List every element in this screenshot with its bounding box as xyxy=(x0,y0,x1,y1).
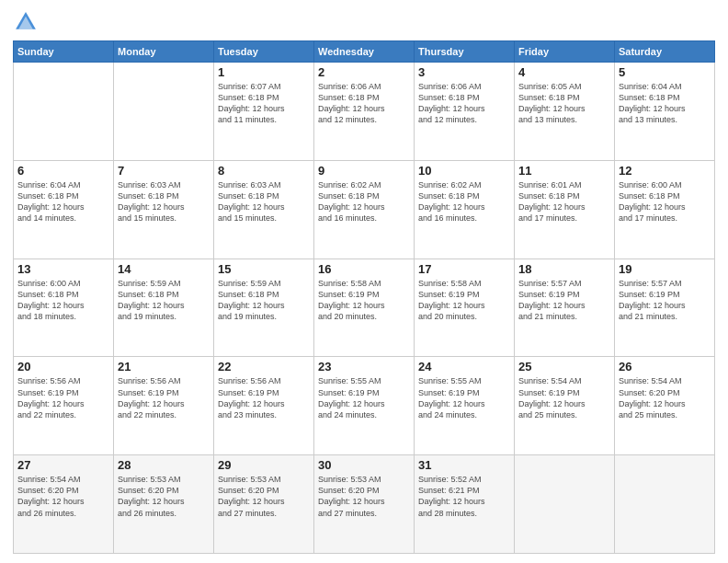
calendar-cell: 19Sunrise: 5:57 AMSunset: 6:19 PMDayligh… xyxy=(615,259,715,357)
calendar-table: SundayMondayTuesdayWednesdayThursdayFrid… xyxy=(13,40,715,554)
day-number: 5 xyxy=(619,65,711,79)
calendar-cell: 8Sunrise: 6:03 AMSunset: 6:18 PMDaylight… xyxy=(214,160,314,259)
day-detail: Sunrise: 6:03 AMSunset: 6:18 PMDaylight:… xyxy=(118,179,210,224)
day-number: 13 xyxy=(17,262,109,276)
day-number: 14 xyxy=(118,262,210,276)
calendar-cell: 12Sunrise: 6:00 AMSunset: 6:18 PMDayligh… xyxy=(615,160,715,259)
day-number: 2 xyxy=(318,65,410,79)
day-detail: Sunrise: 6:06 AMSunset: 6:18 PMDaylight:… xyxy=(418,81,510,126)
calendar-cell: 24Sunrise: 5:55 AMSunset: 6:19 PMDayligh… xyxy=(415,357,515,455)
calendar-cell: 14Sunrise: 5:59 AMSunset: 6:18 PMDayligh… xyxy=(114,259,214,357)
day-detail: Sunrise: 5:54 AMSunset: 6:19 PMDaylight:… xyxy=(518,375,610,420)
calendar-cell: 20Sunrise: 5:56 AMSunset: 6:19 PMDayligh… xyxy=(14,357,114,455)
calendar-cell: 7Sunrise: 6:03 AMSunset: 6:18 PMDaylight… xyxy=(114,160,214,259)
day-number: 18 xyxy=(518,262,610,276)
calendar-cell: 6Sunrise: 6:04 AMSunset: 6:18 PMDaylight… xyxy=(14,160,114,259)
day-detail: Sunrise: 6:01 AMSunset: 6:18 PMDaylight:… xyxy=(518,179,610,224)
day-detail: Sunrise: 5:58 AMSunset: 6:19 PMDaylight:… xyxy=(318,278,410,323)
calendar-cell: 18Sunrise: 5:57 AMSunset: 6:19 PMDayligh… xyxy=(515,259,615,357)
day-number: 7 xyxy=(118,164,210,178)
day-number: 19 xyxy=(619,262,711,276)
day-number: 17 xyxy=(418,262,510,276)
calendar-cell: 22Sunrise: 5:56 AMSunset: 6:19 PMDayligh… xyxy=(214,357,314,455)
day-detail: Sunrise: 6:00 AMSunset: 6:18 PMDaylight:… xyxy=(619,179,711,224)
weekday-header-friday: Friday xyxy=(515,41,615,63)
calendar-cell xyxy=(14,63,114,161)
day-number: 21 xyxy=(118,360,210,373)
weekday-header-tuesday: Tuesday xyxy=(214,41,314,63)
page: SundayMondayTuesdayWednesdayThursdayFrid… xyxy=(0,0,728,563)
calendar-cell: 13Sunrise: 6:00 AMSunset: 6:18 PMDayligh… xyxy=(14,259,114,357)
day-number: 6 xyxy=(17,164,109,178)
day-detail: Sunrise: 6:03 AMSunset: 6:18 PMDaylight:… xyxy=(218,179,310,224)
week-row-4: 27Sunrise: 5:54 AMSunset: 6:20 PMDayligh… xyxy=(14,455,715,554)
day-number: 16 xyxy=(318,262,410,276)
calendar-cell: 16Sunrise: 5:58 AMSunset: 6:19 PMDayligh… xyxy=(314,259,415,357)
day-number: 20 xyxy=(17,360,109,373)
day-number: 28 xyxy=(118,458,210,472)
calendar-cell: 23Sunrise: 5:55 AMSunset: 6:19 PMDayligh… xyxy=(314,357,415,455)
day-number: 1 xyxy=(218,65,310,79)
calendar-cell: 15Sunrise: 5:59 AMSunset: 6:18 PMDayligh… xyxy=(214,259,314,357)
day-detail: Sunrise: 5:52 AMSunset: 6:21 PMDaylight:… xyxy=(418,474,510,519)
calendar-cell: 27Sunrise: 5:54 AMSunset: 6:20 PMDayligh… xyxy=(14,455,114,554)
day-number: 25 xyxy=(518,360,610,373)
day-detail: Sunrise: 5:56 AMSunset: 6:19 PMDaylight:… xyxy=(17,375,109,420)
day-detail: Sunrise: 5:58 AMSunset: 6:19 PMDaylight:… xyxy=(418,278,510,323)
weekday-header-monday: Monday xyxy=(114,41,214,63)
calendar-cell: 4Sunrise: 6:05 AMSunset: 6:18 PMDaylight… xyxy=(515,63,615,161)
calendar-cell: 2Sunrise: 6:06 AMSunset: 6:18 PMDaylight… xyxy=(314,63,415,161)
week-row-3: 20Sunrise: 5:56 AMSunset: 6:19 PMDayligh… xyxy=(14,357,715,455)
day-detail: Sunrise: 5:57 AMSunset: 6:19 PMDaylight:… xyxy=(619,278,711,323)
weekday-header-thursday: Thursday xyxy=(415,41,515,63)
calendar-cell: 28Sunrise: 5:53 AMSunset: 6:20 PMDayligh… xyxy=(114,455,214,554)
day-detail: Sunrise: 5:56 AMSunset: 6:19 PMDaylight:… xyxy=(218,375,310,420)
calendar-cell: 9Sunrise: 6:02 AMSunset: 6:18 PMDaylight… xyxy=(314,160,415,259)
day-detail: Sunrise: 5:56 AMSunset: 6:19 PMDaylight:… xyxy=(118,375,210,420)
top-area xyxy=(13,9,715,35)
day-detail: Sunrise: 5:53 AMSunset: 6:20 PMDaylight:… xyxy=(118,474,210,519)
calendar-cell: 17Sunrise: 5:58 AMSunset: 6:19 PMDayligh… xyxy=(415,259,515,357)
week-row-0: 1Sunrise: 6:07 AMSunset: 6:18 PMDaylight… xyxy=(14,63,715,161)
day-number: 30 xyxy=(318,458,410,472)
day-detail: Sunrise: 5:53 AMSunset: 6:20 PMDaylight:… xyxy=(218,474,310,519)
day-detail: Sunrise: 6:02 AMSunset: 6:18 PMDaylight:… xyxy=(318,179,410,224)
day-detail: Sunrise: 5:55 AMSunset: 6:19 PMDaylight:… xyxy=(418,375,510,420)
calendar-cell: 21Sunrise: 5:56 AMSunset: 6:19 PMDayligh… xyxy=(114,357,214,455)
day-number: 31 xyxy=(418,458,510,472)
day-detail: Sunrise: 6:07 AMSunset: 6:18 PMDaylight:… xyxy=(218,81,310,126)
day-number: 9 xyxy=(318,164,410,178)
weekday-header-sunday: Sunday xyxy=(14,41,114,63)
day-number: 24 xyxy=(418,360,510,373)
day-number: 23 xyxy=(318,360,410,373)
weekday-header-wednesday: Wednesday xyxy=(314,41,415,63)
day-number: 10 xyxy=(418,164,510,178)
calendar-cell: 26Sunrise: 5:54 AMSunset: 6:20 PMDayligh… xyxy=(615,357,715,455)
logo-icon xyxy=(13,9,39,35)
day-detail: Sunrise: 6:04 AMSunset: 6:18 PMDaylight:… xyxy=(17,179,109,224)
day-detail: Sunrise: 5:55 AMSunset: 6:19 PMDaylight:… xyxy=(318,375,410,420)
calendar-body: 1Sunrise: 6:07 AMSunset: 6:18 PMDaylight… xyxy=(14,63,715,554)
day-number: 22 xyxy=(218,360,310,373)
calendar-cell xyxy=(114,63,214,161)
day-number: 8 xyxy=(218,164,310,178)
day-detail: Sunrise: 6:00 AMSunset: 6:18 PMDaylight:… xyxy=(17,278,109,323)
calendar-cell: 29Sunrise: 5:53 AMSunset: 6:20 PMDayligh… xyxy=(214,455,314,554)
calendar-cell xyxy=(515,455,615,554)
calendar-cell: 10Sunrise: 6:02 AMSunset: 6:18 PMDayligh… xyxy=(415,160,515,259)
day-number: 26 xyxy=(619,360,711,373)
week-row-2: 13Sunrise: 6:00 AMSunset: 6:18 PMDayligh… xyxy=(14,259,715,357)
day-number: 4 xyxy=(518,65,610,79)
calendar-cell: 25Sunrise: 5:54 AMSunset: 6:19 PMDayligh… xyxy=(515,357,615,455)
calendar-cell: 11Sunrise: 6:01 AMSunset: 6:18 PMDayligh… xyxy=(515,160,615,259)
calendar-cell: 1Sunrise: 6:07 AMSunset: 6:18 PMDaylight… xyxy=(214,63,314,161)
calendar-cell: 31Sunrise: 5:52 AMSunset: 6:21 PMDayligh… xyxy=(415,455,515,554)
day-detail: Sunrise: 5:54 AMSunset: 6:20 PMDaylight:… xyxy=(619,375,711,420)
day-detail: Sunrise: 5:57 AMSunset: 6:19 PMDaylight:… xyxy=(518,278,610,323)
calendar-cell: 30Sunrise: 5:53 AMSunset: 6:20 PMDayligh… xyxy=(314,455,415,554)
day-detail: Sunrise: 6:02 AMSunset: 6:18 PMDaylight:… xyxy=(418,179,510,224)
day-number: 15 xyxy=(218,262,310,276)
week-row-1: 6Sunrise: 6:04 AMSunset: 6:18 PMDaylight… xyxy=(14,160,715,259)
calendar-cell: 5Sunrise: 6:04 AMSunset: 6:18 PMDaylight… xyxy=(615,63,715,161)
day-detail: Sunrise: 6:06 AMSunset: 6:18 PMDaylight:… xyxy=(318,81,410,126)
